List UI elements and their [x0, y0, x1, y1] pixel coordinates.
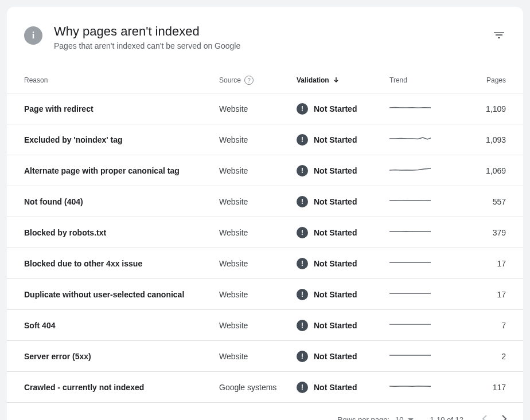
cell-reason: Duplicate without user-selected canonica…: [7, 279, 213, 310]
filter-icon[interactable]: [492, 29, 506, 42]
sparkline: [389, 350, 431, 360]
cell-trend: [384, 372, 456, 403]
table-row[interactable]: Blocked by robots.txtWebsite!Not Started…: [7, 217, 523, 248]
next-page-button[interactable]: [499, 411, 509, 420]
cell-reason: Blocked due to other 4xx issue: [7, 248, 213, 279]
header-validation-label: Validation: [297, 76, 329, 84]
exclamation-icon: !: [297, 289, 308, 300]
cell-source: Website: [213, 124, 291, 155]
cell-reason: Crawled - currently not indexed: [7, 372, 213, 403]
header-validation[interactable]: Validation: [291, 68, 384, 93]
sparkline: [389, 319, 431, 329]
cell-source: Website: [213, 310, 291, 341]
table-row[interactable]: Excluded by 'noindex' tagWebsite!Not Sta…: [7, 124, 523, 155]
exclamation-icon: !: [297, 165, 308, 176]
cell-trend: [384, 93, 456, 124]
sparkline: [389, 226, 431, 237]
cell-pages: 117: [456, 372, 523, 403]
rows-per-page: Rows per page: 10: [337, 415, 414, 420]
exclamation-icon: !: [297, 258, 308, 269]
cell-reason: Server error (5xx): [7, 341, 213, 372]
cell-source: Website: [213, 279, 291, 310]
rows-per-page-label: Rows per page:: [337, 415, 389, 420]
validation-status: Not Started: [314, 383, 357, 392]
sparkline: [389, 103, 431, 113]
cell-pages: 379: [456, 217, 523, 248]
table-row[interactable]: Server error (5xx)Website!Not Started2: [7, 341, 523, 372]
header-pages[interactable]: Pages: [456, 68, 523, 93]
exclamation-icon: !: [297, 103, 308, 115]
cell-validation: !Not Started: [291, 248, 384, 279]
sparkline: [389, 381, 431, 391]
cell-trend: [384, 124, 456, 155]
cell-trend: [384, 341, 456, 372]
sparkline: [389, 164, 431, 175]
rows-per-page-select[interactable]: 10: [395, 415, 414, 420]
rows-per-page-value: 10: [395, 415, 403, 420]
cell-validation: !Not Started: [291, 186, 384, 217]
header-source[interactable]: Source ?: [213, 68, 291, 93]
page-title: Why pages aren't indexed: [54, 24, 481, 39]
cell-trend: [384, 155, 456, 186]
issues-table: Reason Source ? Validation: [7, 68, 523, 403]
sparkline: [389, 288, 431, 299]
prev-page-button[interactable]: [480, 411, 490, 420]
sparkline: [389, 195, 431, 206]
validation-status: Not Started: [314, 135, 357, 144]
table-row[interactable]: Soft 404Website!Not Started7: [7, 310, 523, 341]
cell-validation: !Not Started: [291, 279, 384, 310]
help-icon[interactable]: ?: [244, 76, 254, 85]
card-header: i Why pages aren't indexed Pages that ar…: [7, 7, 523, 68]
cell-trend: [384, 310, 456, 341]
cell-source: Google systems: [213, 372, 291, 403]
validation-status: Not Started: [314, 352, 357, 361]
table-row[interactable]: Page with redirectWebsite!Not Started1,1…: [7, 93, 523, 124]
exclamation-icon: !: [297, 320, 308, 331]
exclamation-icon: !: [297, 351, 308, 362]
exclamation-icon: !: [297, 196, 308, 207]
exclamation-icon: !: [297, 227, 308, 238]
table-row[interactable]: Crawled - currently not indexedGoogle sy…: [7, 372, 523, 403]
cell-reason: Soft 404: [7, 310, 213, 341]
header-source-label: Source: [219, 76, 241, 84]
cell-pages: 2: [456, 341, 523, 372]
cell-pages: 1,069: [456, 155, 523, 186]
cell-source: Website: [213, 248, 291, 279]
validation-status: Not Started: [314, 290, 357, 299]
validation-status: Not Started: [314, 228, 357, 237]
cell-validation: !Not Started: [291, 124, 384, 155]
cell-reason: Blocked by robots.txt: [7, 217, 213, 248]
exclamation-icon: !: [297, 134, 308, 146]
cell-trend: [384, 279, 456, 310]
page-subtitle: Pages that aren't indexed can't be serve…: [54, 41, 481, 50]
table-header-row: Reason Source ? Validation: [7, 68, 523, 93]
arrow-down-icon: [333, 76, 340, 85]
table-row[interactable]: Blocked due to other 4xx issueWebsite!No…: [7, 248, 523, 279]
validation-status: Not Started: [314, 104, 357, 113]
header-reason[interactable]: Reason: [7, 68, 213, 93]
table-footer: Rows per page: 10 1-10 of 12: [7, 403, 523, 420]
table-row[interactable]: Alternate page with proper canonical tag…: [7, 155, 523, 186]
cell-reason: Alternate page with proper canonical tag: [7, 155, 213, 186]
cell-pages: 1,109: [456, 93, 523, 124]
validation-status: Not Started: [314, 259, 357, 268]
pagination-nav: [480, 411, 509, 420]
cell-validation: !Not Started: [291, 341, 384, 372]
sparkline: [389, 134, 431, 144]
header-reason-label: Reason: [24, 76, 48, 84]
cell-reason: Page with redirect: [7, 93, 213, 124]
header-text: Why pages aren't indexed Pages that aren…: [54, 24, 481, 50]
table-row[interactable]: Duplicate without user-selected canonica…: [7, 279, 523, 310]
header-trend-label: Trend: [389, 76, 407, 84]
sparkline: [389, 257, 431, 268]
header-trend[interactable]: Trend: [384, 68, 456, 93]
table-row[interactable]: Not found (404)Website!Not Started557: [7, 186, 523, 217]
header-pages-label: Pages: [486, 76, 506, 84]
cell-trend: [384, 248, 456, 279]
validation-status: Not Started: [314, 197, 357, 206]
cell-source: Website: [213, 341, 291, 372]
cell-validation: !Not Started: [291, 155, 384, 186]
cell-trend: [384, 186, 456, 217]
pagination-range: 1-10 of 12: [430, 415, 463, 420]
cell-source: Website: [213, 217, 291, 248]
